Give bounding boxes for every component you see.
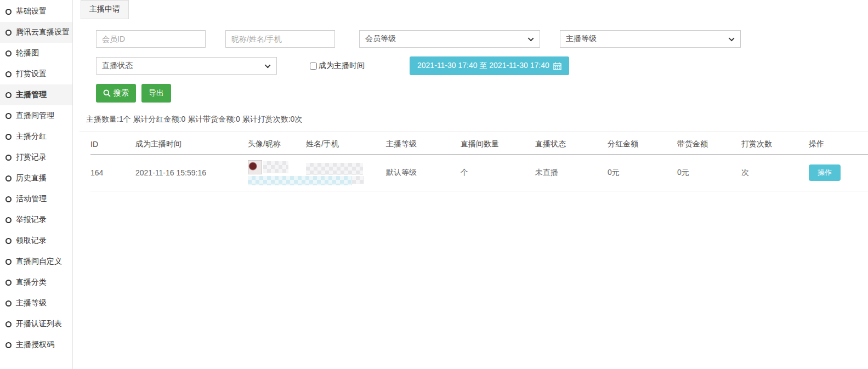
sidebar-item-label: 基础设置 bbox=[16, 7, 47, 16]
sidebar-item-activity-management[interactable]: 活动管理 bbox=[0, 189, 72, 209]
col-action: 操作 bbox=[809, 132, 868, 155]
sidebar-item-basic-settings[interactable]: 基础设置 bbox=[0, 1, 72, 22]
sidebar: 基础设置 腾讯云直播设置 轮播图 打赏设置 主播管理 直播间管理 主播分红 打赏… bbox=[0, 0, 73, 369]
filter-actions-row: 搜索 导出 bbox=[96, 84, 868, 103]
circle-icon bbox=[5, 280, 12, 286]
circle-icon bbox=[5, 9, 12, 15]
circle-icon bbox=[5, 134, 12, 140]
tab-anchor-application[interactable]: 主播申请 bbox=[81, 0, 129, 19]
col-dividend-amount: 分红金额 bbox=[608, 132, 677, 155]
sidebar-item-label: 活动管理 bbox=[16, 194, 47, 204]
member-level-select-value: 会员等级 bbox=[365, 34, 396, 44]
col-room-count: 直播间数量 bbox=[461, 132, 535, 155]
col-reward-count: 打赏次数 bbox=[741, 132, 809, 155]
chevron-down-icon bbox=[528, 36, 534, 42]
cell-action: 操作 bbox=[809, 155, 868, 191]
export-button[interactable]: 导出 bbox=[141, 84, 171, 103]
col-name-phone: 姓名/手机 bbox=[306, 132, 386, 155]
sidebar-item-live-category[interactable]: 直播分类 bbox=[0, 272, 72, 293]
anchor-stats-summary: 主播数量:1个 累计分红金额:0 累计带货金额:0 累计打赏次数:0次 bbox=[86, 115, 868, 124]
cell-room-count: 个 bbox=[461, 155, 535, 191]
circle-icon bbox=[5, 30, 12, 36]
cell-name-phone bbox=[306, 155, 386, 191]
circle-icon bbox=[5, 238, 12, 244]
circle-icon bbox=[5, 259, 12, 265]
anchor-table: ID 成为主播时间 头像/昵称 姓名/手机 主播等级 直播间数量 直播状态 分红… bbox=[90, 132, 868, 191]
sidebar-item-label: 直播间管理 bbox=[16, 111, 54, 121]
live-status-select[interactable]: 直播状态 bbox=[96, 57, 277, 75]
col-become-time: 成为主播时间 bbox=[135, 132, 248, 155]
sidebar-item-reward-records[interactable]: 打赏记录 bbox=[0, 147, 72, 168]
date-range-button[interactable]: 2021-11-30 17:40 至 2021-11-30 17:40 bbox=[410, 56, 569, 75]
circle-icon bbox=[5, 175, 12, 181]
sidebar-item-reward-settings[interactable]: 打赏设置 bbox=[0, 64, 72, 84]
search-button[interactable]: 搜索 bbox=[96, 84, 136, 103]
sidebar-item-label: 直播分类 bbox=[16, 277, 47, 287]
sidebar-item-claim-records[interactable]: 领取记录 bbox=[0, 230, 72, 251]
become-anchor-time-checkbox[interactable] bbox=[310, 63, 317, 70]
search-button-label: 搜索 bbox=[114, 88, 129, 98]
circle-icon bbox=[5, 113, 12, 119]
date-range-text: 2021-11-30 17:40 至 2021-11-30 17:40 bbox=[417, 61, 549, 71]
sidebar-item-label: 轮播图 bbox=[16, 48, 39, 58]
sidebar-item-carousel[interactable]: 轮播图 bbox=[0, 43, 72, 64]
sidebar-item-label: 主播授权码 bbox=[16, 340, 54, 350]
sidebar-item-label: 打赏记录 bbox=[16, 152, 47, 162]
sidebar-item-label: 开播认证列表 bbox=[16, 319, 62, 329]
col-goods-amount: 带货金额 bbox=[677, 132, 741, 155]
filter-panel: 会员等级 主播等级 直播状态 成为主播时间 2021-11-30 17:40 至… bbox=[96, 30, 868, 103]
sidebar-item-live-room-custom[interactable]: 直播间自定义 bbox=[0, 251, 72, 272]
cell-anchor-level: 默认等级 bbox=[386, 155, 461, 191]
sidebar-item-label: 腾讯云直播设置 bbox=[16, 27, 70, 37]
circle-icon bbox=[5, 342, 12, 348]
cell-goods-amount: 0元 bbox=[677, 155, 741, 191]
sidebar-item-anchor-level[interactable]: 主播等级 bbox=[0, 293, 72, 314]
sidebar-item-label: 领取记录 bbox=[16, 236, 47, 246]
col-live-status: 直播状态 bbox=[535, 132, 608, 155]
redacted-nickname-block bbox=[263, 161, 288, 173]
redacted-name-block bbox=[306, 163, 363, 175]
cell-dividend-amount: 0元 bbox=[608, 155, 677, 191]
anchor-level-select-value: 主播等级 bbox=[566, 34, 597, 44]
export-button-label: 导出 bbox=[149, 88, 164, 98]
circle-icon bbox=[5, 300, 12, 306]
circle-icon bbox=[5, 155, 12, 161]
nickname-name-phone-input[interactable] bbox=[225, 30, 335, 48]
redacted-nickname-strip bbox=[248, 176, 352, 185]
row-action-button[interactable]: 操作 bbox=[809, 164, 841, 181]
col-id: ID bbox=[90, 132, 135, 155]
sidebar-item-broadcast-cert-list[interactable]: 开播认证列表 bbox=[0, 314, 72, 334]
anchor-level-select[interactable]: 主播等级 bbox=[560, 30, 741, 48]
sidebar-item-live-room-management[interactable]: 直播间管理 bbox=[0, 105, 72, 126]
sidebar-item-label: 历史直播 bbox=[16, 173, 47, 183]
sidebar-item-label: 主播管理 bbox=[16, 90, 47, 100]
chevron-down-icon bbox=[265, 63, 271, 69]
sidebar-item-history-live[interactable]: 历史直播 bbox=[0, 168, 72, 189]
cell-reward-count: 次 bbox=[741, 155, 809, 191]
filter-row-2: 直播状态 成为主播时间 2021-11-30 17:40 至 2021-11-3… bbox=[96, 56, 868, 75]
member-level-select[interactable]: 会员等级 bbox=[359, 30, 540, 48]
cell-live-status: 未直播 bbox=[535, 155, 608, 191]
col-avatar-nickname: 头像/昵称 bbox=[248, 132, 306, 155]
become-anchor-time-label: 成为主播时间 bbox=[319, 61, 365, 71]
circle-icon bbox=[5, 321, 12, 327]
circle-icon bbox=[5, 92, 12, 98]
sidebar-item-tencent-cloud-live-settings[interactable]: 腾讯云直播设置 bbox=[0, 22, 72, 43]
filter-row-1: 会员等级 主播等级 bbox=[96, 30, 868, 48]
search-icon bbox=[103, 89, 111, 97]
sidebar-item-label: 直播间自定义 bbox=[16, 257, 62, 266]
calendar-icon bbox=[553, 62, 561, 70]
sidebar-item-anchor-management[interactable]: 主播管理 bbox=[0, 84, 72, 105]
circle-icon bbox=[5, 217, 12, 223]
sidebar-item-label: 打赏设置 bbox=[16, 69, 47, 79]
table-header-row: ID 成为主播时间 头像/昵称 姓名/手机 主播等级 直播间数量 直播状态 分红… bbox=[90, 132, 868, 155]
member-id-input[interactable] bbox=[96, 30, 206, 48]
app-window: 基础设置 腾讯云直播设置 轮播图 打赏设置 主播管理 直播间管理 主播分红 打赏… bbox=[0, 0, 868, 369]
col-anchor-level: 主播等级 bbox=[386, 132, 461, 155]
sidebar-item-anchor-dividend[interactable]: 主播分红 bbox=[0, 126, 72, 147]
sidebar-item-anchor-auth-code[interactable]: 主播授权码 bbox=[0, 334, 72, 355]
cell-avatar-nickname bbox=[248, 155, 306, 191]
sidebar-item-report-records[interactable]: 举报记录 bbox=[0, 209, 72, 230]
circle-icon bbox=[5, 71, 12, 77]
circle-icon bbox=[5, 196, 12, 202]
